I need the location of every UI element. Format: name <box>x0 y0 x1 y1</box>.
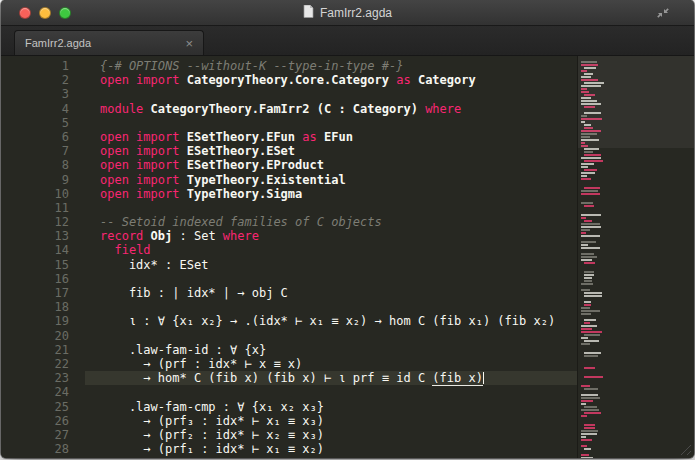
code-line-7[interactable]: open import ESetTheory.ESet <box>85 144 577 158</box>
line-number: 24 <box>1 385 69 399</box>
code-line-19[interactable]: ι : ∀ {x₁ x₂} → .(idx* ⊢ x₁ ≡ x₂) → hom … <box>85 314 577 328</box>
minimap-viewport[interactable] <box>578 56 694 148</box>
line-number: 16 <box>1 272 69 286</box>
line-number: 14 <box>1 243 69 257</box>
zoom-button[interactable] <box>59 7 71 19</box>
code-line-24[interactable] <box>85 385 577 399</box>
code-line-4[interactable]: module CategoryTheory.FamIrr2 (C : Categ… <box>85 102 577 116</box>
editor: 1234567891011121314151617181920212223242… <box>1 56 694 458</box>
line-number: 8 <box>1 158 69 172</box>
line-number: 27 <box>1 428 69 442</box>
code-line-3[interactable] <box>85 87 577 101</box>
code-line-25[interactable]: .law-fam-cmp : ∀ {x₁ x₂ x₃} <box>85 400 577 414</box>
line-number: 15 <box>1 258 69 272</box>
line-number: 18 <box>1 300 69 314</box>
code-line-1[interactable]: {-# OPTIONS --without-K --type-in-type #… <box>85 59 577 73</box>
code-line-8[interactable]: open import ESetTheory.EProduct <box>85 158 577 172</box>
code-line-23[interactable]: → hom* C (fib x) (fib x) ⊢ ι prf ≡ id C … <box>85 371 577 385</box>
traffic-lights <box>19 7 71 19</box>
code-line-21[interactable]: .law-fam-id : ∀ {x} <box>85 343 577 357</box>
fullscreen-icon[interactable] <box>656 6 670 24</box>
code-line-17[interactable]: fib : | idx* | → obj C <box>85 286 577 300</box>
code-line-6[interactable]: open import ESetTheory.EFun as EFun <box>85 130 577 144</box>
code-line-5[interactable] <box>85 116 577 130</box>
code-line-26[interactable]: → (prf₃ : idx* ⊢ x₁ ≡ x₃) <box>85 414 577 428</box>
line-number: 20 <box>1 329 69 343</box>
line-number: 11 <box>1 201 69 215</box>
line-number: 6 <box>1 130 69 144</box>
line-number: 12 <box>1 215 69 229</box>
code-line-12[interactable]: -- Setoid indexed families of C objects <box>85 215 577 229</box>
title-group: FamIrr2.agda <box>303 4 392 22</box>
code-line-10[interactable]: open import TypeTheory.Sigma <box>85 187 577 201</box>
code-line-14[interactable]: field <box>85 243 577 257</box>
tab-famirr2[interactable]: FamIrr2.agda × <box>14 30 204 55</box>
minimap[interactable] <box>577 56 694 458</box>
line-number: 21 <box>1 343 69 357</box>
code-line-16[interactable] <box>85 272 577 286</box>
code-line-15[interactable]: idx* : ESet <box>85 258 577 272</box>
text-caret <box>483 372 484 384</box>
line-number: 7 <box>1 144 69 158</box>
line-number: 3 <box>1 87 69 101</box>
line-number: 22 <box>1 357 69 371</box>
code-line-22[interactable]: → (prf : idx* ⊢ x ≡ x) <box>85 357 577 371</box>
line-number: 2 <box>1 73 69 87</box>
code-line-2[interactable]: open import CategoryTheory.Core.Category… <box>85 73 577 87</box>
line-number: 25 <box>1 400 69 414</box>
code-line-27[interactable]: → (prf₂ : idx* ⊢ x₂ ≡ x₃) <box>85 428 577 442</box>
window-title: FamIrr2.agda <box>320 6 392 20</box>
line-number: 13 <box>1 229 69 243</box>
tab-close-icon[interactable]: × <box>185 37 193 50</box>
gutter: 1234567891011121314151617181920212223242… <box>1 56 85 458</box>
code-line-9[interactable]: open import TypeTheory.Existential <box>85 173 577 187</box>
line-number: 10 <box>1 187 69 201</box>
tabbar: FamIrr2.agda × <box>1 26 694 56</box>
close-button[interactable] <box>19 7 31 19</box>
line-number: 9 <box>1 173 69 187</box>
line-number: 19 <box>1 314 69 328</box>
minimize-button[interactable] <box>39 7 51 19</box>
titlebar[interactable]: FamIrr2.agda <box>1 0 694 26</box>
line-number: 17 <box>1 286 69 300</box>
code-line-20[interactable] <box>85 329 577 343</box>
code-line-13[interactable]: record Obj : Set where <box>85 229 577 243</box>
line-number: 1 <box>1 59 69 73</box>
code-lines[interactable]: {-# OPTIONS --without-K --type-in-type #… <box>85 56 577 458</box>
line-number: 5 <box>1 116 69 130</box>
app-window: FamIrr2.agda FamIrr2.agda × 123456789101… <box>1 0 694 458</box>
code-line-28[interactable]: → (prf₁ : idx* ⊢ x₁ ≡ x₂) <box>85 442 577 456</box>
line-number: 23 <box>1 371 69 385</box>
tab-label: FamIrr2.agda <box>25 37 185 49</box>
code-line-11[interactable] <box>85 201 577 215</box>
code-line-18[interactable] <box>85 300 577 314</box>
line-number: 26 <box>1 414 69 428</box>
line-number: 28 <box>1 442 69 456</box>
document-icon <box>303 4 314 22</box>
line-number: 4 <box>1 102 69 116</box>
